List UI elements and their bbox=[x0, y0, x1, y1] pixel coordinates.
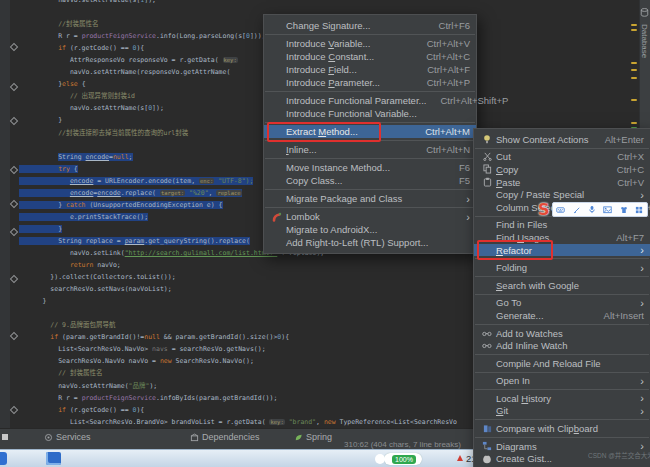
menu-item-label: Show Context Actions bbox=[496, 134, 588, 145]
bulb-icon bbox=[478, 134, 496, 144]
menu-item-migrate-to-androidx[interactable]: Migrate to AndroidX... bbox=[264, 223, 476, 236]
menu-item-introduce-parameter[interactable]: Introduce Parameter...Ctrl+Alt+P bbox=[264, 76, 476, 89]
menu-item-label: Copy Class... bbox=[286, 175, 343, 186]
stripe-warning-mark[interactable] bbox=[631, 122, 637, 124]
menu-item-compile-and-reload-file[interactable]: Compile And Reload File bbox=[474, 357, 650, 370]
menu-item-label: Introduce Constant... bbox=[286, 51, 374, 62]
menu-separator bbox=[265, 189, 475, 190]
deps-icon bbox=[190, 433, 199, 442]
tool-tab-label: Services bbox=[56, 432, 91, 442]
submenu-arrow-icon: › bbox=[452, 194, 470, 204]
sogou-toolbox-icon[interactable] bbox=[635, 206, 643, 214]
menu-item-paste[interactable]: PasteCtrl+V bbox=[474, 176, 650, 189]
menu-item-label: Add Inline Watch bbox=[496, 340, 567, 351]
menu-item-label: Introduce Functional Variable... bbox=[286, 108, 417, 119]
stripe-warning-mark[interactable] bbox=[631, 29, 637, 31]
taskbar-app-icon[interactable] bbox=[46, 452, 61, 465]
menu-item-git[interactable]: Git› bbox=[474, 405, 650, 418]
menu-item-shortcut: Ctrl+X bbox=[603, 151, 644, 162]
menu-item-label: Introduce Variable... bbox=[286, 38, 370, 49]
menu-item-shortcut: Ctrl+Alt+P bbox=[413, 77, 470, 88]
menu-item-introduce-functional-parameter[interactable]: Introduce Functional Parameter...Ctrl+Al… bbox=[264, 94, 476, 107]
menu-item-add-inline-watch[interactable]: Add Inline Watch bbox=[474, 339, 650, 352]
stripe-warning-mark[interactable] bbox=[631, 24, 637, 26]
database-tool-button[interactable]: Database bbox=[639, 8, 650, 78]
menu-item-label: Lombok bbox=[286, 211, 320, 222]
sogou-toolbar[interactable] bbox=[552, 202, 648, 217]
menu-item-add-right-to-left-rtl-support[interactable]: Add Right-to-Left (RTL) Support... bbox=[264, 236, 476, 249]
menu-item-introduce-variable[interactable]: Introduce Variable...Ctrl+Alt+V bbox=[264, 37, 476, 50]
menu-item-label: Generate... bbox=[496, 310, 544, 321]
sogou-keyboard-icon[interactable] bbox=[556, 206, 565, 214]
menu-item-shortcut: Ctrl+Alt+F bbox=[413, 64, 470, 75]
submenu-arrow-icon: › bbox=[626, 393, 644, 403]
menu-item-change-signature[interactable]: Change Signature...Ctrl+F6 bbox=[264, 19, 476, 32]
menu-item-label: Search with Google bbox=[496, 280, 579, 291]
compare-icon bbox=[478, 424, 496, 434]
partial-tool-tab-icon[interactable] bbox=[2, 434, 8, 440]
menu-item-open-in[interactable]: Open In› bbox=[474, 375, 650, 388]
github-icon bbox=[478, 454, 496, 464]
sogou-logo-icon[interactable]: S bbox=[538, 200, 550, 219]
watch-icon bbox=[478, 329, 496, 338]
menu-item-shortcut: Alt+Insert bbox=[590, 310, 644, 321]
sogou-skin-icon[interactable] bbox=[620, 206, 628, 214]
menu-item-shortcut: Ctrl+Alt+C bbox=[412, 51, 470, 62]
menu-item-lombok[interactable]: Lombok› bbox=[264, 210, 476, 223]
menu-item-label: Create Gist... bbox=[496, 453, 552, 464]
menu-item-inline[interactable]: Inline...Ctrl+Alt+N bbox=[264, 143, 476, 156]
pepper-icon bbox=[268, 212, 286, 222]
menu-item-shortcut: Ctrl+Alt+Shift+P bbox=[426, 95, 508, 106]
menu-item-introduce-constant[interactable]: Introduce Constant...Ctrl+Alt+C bbox=[264, 50, 476, 63]
menu-item-find-in-files[interactable]: Find in Files bbox=[474, 219, 650, 232]
menu-item-label: Change Signature... bbox=[286, 20, 371, 31]
stripe-warning-mark[interactable] bbox=[631, 62, 637, 64]
menu-item-move-instance-method[interactable]: Move Instance Method...F6 bbox=[264, 161, 476, 174]
sogou-input-bar: S bbox=[538, 200, 648, 219]
tool-tab-services[interactable]: Services bbox=[44, 431, 91, 443]
menu-separator bbox=[475, 354, 649, 355]
taskbar-alert-icon[interactable] bbox=[457, 455, 463, 461]
sogou-mic-icon[interactable] bbox=[588, 205, 596, 214]
menu-item-compare-with-clipboard[interactable]: Compare with Clipboard bbox=[474, 422, 650, 435]
menu-item-label: Paste bbox=[496, 177, 520, 188]
menu-item-local-history[interactable]: Local History› bbox=[474, 392, 650, 405]
menu-item-show-context-actions[interactable]: Show Context ActionsAlt+Enter bbox=[474, 133, 650, 146]
stripe-warning-mark[interactable] bbox=[631, 99, 637, 101]
sogou-pen-icon[interactable] bbox=[573, 206, 581, 214]
menu-item-label: Migrate to AndroidX... bbox=[286, 224, 377, 235]
menu-item-label: Copy / Paste Special bbox=[496, 189, 584, 200]
menu-item-go-to[interactable]: Go To› bbox=[474, 297, 650, 310]
menu-item-introduce-functional-variable[interactable]: Introduce Functional Variable... bbox=[264, 107, 476, 120]
menu-item-copy-class[interactable]: Copy Class...F5 bbox=[264, 174, 476, 187]
sogou-image-icon[interactable] bbox=[603, 206, 612, 214]
menu-separator bbox=[475, 389, 649, 390]
menu-item-label: Introduce Field... bbox=[286, 64, 357, 75]
menu-item-generate[interactable]: Generate...Alt+Insert bbox=[474, 309, 650, 322]
menu-item-label: Move Instance Method... bbox=[286, 162, 390, 173]
taskbar-edge-icon[interactable] bbox=[0, 452, 7, 465]
stripe-warning-mark[interactable] bbox=[631, 69, 637, 71]
menu-item-shortcut: Ctrl+Alt+V bbox=[413, 38, 470, 49]
menu-item-label: Copy bbox=[496, 164, 518, 175]
menu-item-shortcut: Ctrl+Alt+M bbox=[411, 126, 470, 137]
submenu-arrow-icon: › bbox=[452, 212, 470, 222]
tool-tab-dependencies[interactable]: Dependencies bbox=[190, 431, 260, 443]
menu-item-introduce-field[interactable]: Introduce Field...Ctrl+Alt+F bbox=[264, 63, 476, 76]
menu-item-cut[interactable]: CutCtrl+X bbox=[474, 151, 650, 164]
caret-position-status: 310:62 (404 chars, 7 line breaks) bbox=[344, 440, 461, 449]
submenu-arrow-icon: › bbox=[626, 406, 644, 416]
submenu-arrow-icon: › bbox=[626, 376, 644, 386]
menu-item-label: Git bbox=[496, 405, 508, 416]
stripe-warning-mark[interactable] bbox=[631, 77, 637, 79]
menu-item-folding[interactable]: Folding› bbox=[474, 261, 650, 274]
menu-separator bbox=[475, 324, 649, 325]
menu-item-add-to-watches[interactable]: Add to Watches bbox=[474, 327, 650, 340]
menu-item-migrate-package-and-class[interactable]: Migrate Package and Class› bbox=[264, 192, 476, 205]
tool-tab-spring[interactable]: Spring bbox=[294, 431, 332, 443]
menu-item-copy[interactable]: CopyCtrl+C bbox=[474, 163, 650, 176]
menu-item-label: Add Right-to-Left (RTL) Support... bbox=[286, 237, 428, 248]
editor-context-menu: Show Context ActionsAlt+EnterCutCtrl+XCo… bbox=[473, 128, 650, 467]
menu-item-search-with-google[interactable]: Search with Google bbox=[474, 279, 650, 292]
watch-icon bbox=[478, 341, 496, 350]
